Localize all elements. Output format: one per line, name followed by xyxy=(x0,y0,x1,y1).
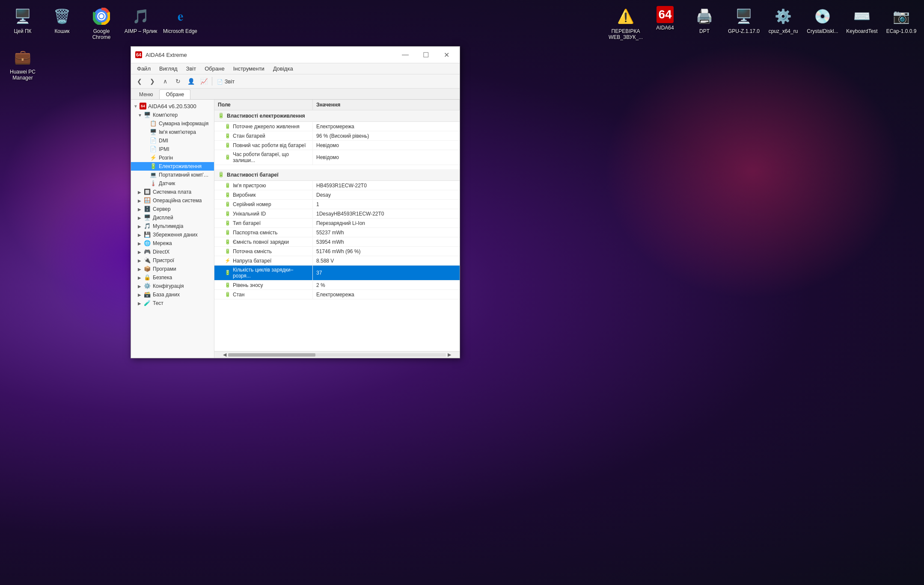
sidebar-item-config[interactable]: ▶ ⚙️ Конфігурація xyxy=(131,282,214,290)
tab-menu[interactable]: Меню xyxy=(133,89,159,99)
sidebar-item-portable[interactable]: 💻 Портативний комп'ютер xyxy=(131,171,214,179)
field-status: 🔋 Стан xyxy=(214,290,313,299)
sidebar-item-sensor[interactable]: 🌡️ Датчик xyxy=(131,179,214,188)
row-icon: 🔋 xyxy=(225,124,231,130)
refresh-button[interactable]: ↻ xyxy=(172,76,184,87)
scroll-right-button[interactable]: ▶ xyxy=(446,352,453,358)
spacer xyxy=(214,165,460,169)
sidebar-item-motherboard[interactable]: ▶ 🔲 Системна плата xyxy=(131,188,214,196)
chart-button[interactable]: 📈 xyxy=(198,76,210,87)
sidebar-item-dmi[interactable]: 📄 DMI xyxy=(131,136,214,145)
sidebar-item-devices[interactable]: ▶ 🔌 Пристрої xyxy=(131,256,214,265)
desktop-icon-check[interactable]: ⚠️ ПЕРЕВІРКА WEB_ЗВУК_... xyxy=(606,3,645,43)
menu-tools[interactable]: Інструменти xyxy=(229,64,269,73)
desktop-icon-edge[interactable]: 𝐞 Microsoft Edge xyxy=(161,3,199,43)
sidebar-item-test[interactable]: ▶ 🧪 Тест xyxy=(131,299,214,307)
close-button[interactable]: ✕ xyxy=(437,49,456,60)
tab-favorites[interactable]: Обране xyxy=(159,89,190,99)
table-row[interactable]: ⚡ Напруга батареї 8.588 V xyxy=(214,256,460,266)
table-row[interactable]: 🔋 Ім'я пристрою HB4593R1ECW-22T0 xyxy=(214,181,460,190)
table-row[interactable]: 🔋 Стан Електромережа xyxy=(214,290,460,299)
sidebar-item-os[interactable]: ▶ 🪟 Операційна система xyxy=(131,196,214,205)
sidebar-item-display[interactable]: ▶ 🖥️ Дисплей xyxy=(131,213,214,222)
scroll-thumb[interactable] xyxy=(228,353,315,357)
main-panel: 🔋 Властивості електроживлення 🔋 Поточне … xyxy=(214,110,460,351)
value-current-capacity: 51746 mWh (96 %) xyxy=(313,247,460,256)
value-voltage: 8.588 V xyxy=(313,257,460,265)
menu-file[interactable]: Файл xyxy=(133,64,155,73)
value-power-source: Електромережа xyxy=(313,122,460,131)
scroll-left-button[interactable]: ◀ xyxy=(221,352,228,358)
table-row[interactable]: 🔋 Стан батарей 96 % (Високий рівень) xyxy=(214,131,460,141)
up-button[interactable]: ∧ xyxy=(159,76,171,87)
sidebar-item-security[interactable]: ▶ 🔒 Безпека xyxy=(131,273,214,282)
row-icon: 🔋 xyxy=(225,201,231,207)
value-battery-state: 96 % (Високий рівень) xyxy=(313,132,460,140)
table-row[interactable]: 🔋 Унікальний ID 1DesayHB4593R1ECW-22T0 xyxy=(214,209,460,219)
sidebar-item-summary[interactable]: 📋 Сумарна інформація xyxy=(131,119,214,128)
desktop-icon-dpt[interactable]: 🖨️ DPT xyxy=(685,3,724,43)
window-content: ▼ 64 AIDA64 v6.20.5300 ▼ 🖥️ Комп'ютер 📋 xyxy=(131,100,460,358)
sidebar-item-database[interactable]: ▶ 🗃️ База даних xyxy=(131,290,214,299)
desktop-icon-gpuz[interactable]: 🖥️ GPU-Z.1.17.0 xyxy=(725,3,763,43)
table-row[interactable]: 🔋 Паспортна ємність 55237 mWh xyxy=(214,228,460,237)
table-row[interactable]: 🔋 Поточна ємність 51746 mWh (96 %) xyxy=(214,247,460,256)
sidebar-item-storage[interactable]: ▶ 💾 Збереження даних xyxy=(131,230,214,239)
sidebar-item-computer-name[interactable]: 🖥️ Ім'я комп'ютера xyxy=(131,128,214,136)
value-full-time: Невідомо xyxy=(313,141,460,150)
row-icon: ⚡ xyxy=(225,258,231,264)
scroll-track[interactable] xyxy=(228,353,446,357)
desktop-icon-this-pc[interactable]: 🖥️ Цей ПК xyxy=(3,3,42,43)
desktop-icon-kbtest[interactable]: ⌨️ KeyboardTest xyxy=(843,3,881,43)
sidebar-item-server[interactable]: ▶ 🗄️ Сервер xyxy=(131,205,214,213)
desktop-icon-ecap[interactable]: 📷 ECap-1.0.0.9 xyxy=(882,3,921,43)
desktop-icon-aida64[interactable]: 64 AIDA64 xyxy=(646,3,684,43)
sidebar-item-multimedia[interactable]: ▶ 🎵 Мультимедіа xyxy=(131,222,214,230)
sidebar-item-rozgin[interactable]: ⚡ Розгін xyxy=(131,154,214,162)
value-passport-capacity: 55237 mWh xyxy=(313,228,460,237)
sidebar-item-ipmi[interactable]: 📄 IPMI xyxy=(131,145,214,154)
field-battery-type: 🔋 Тип батареї xyxy=(214,219,313,228)
huawei-icon: 💼 xyxy=(12,47,33,67)
menu-view[interactable]: Вигляд xyxy=(155,64,182,73)
row-icon: 🔋 xyxy=(225,154,231,160)
table-row[interactable]: 🔋 Ємність повної зарядки 53954 mWh xyxy=(214,237,460,247)
col-header-field: Поле xyxy=(214,100,313,110)
sidebar-item-computer[interactable]: ▼ 🖥️ Комп'ютер xyxy=(131,111,214,119)
table-row[interactable]: 🔋 Час роботи батареї, що залиши... Невід… xyxy=(214,150,460,165)
row-icon: 🔋 xyxy=(225,248,231,254)
horizontal-scrollbar[interactable]: ◀ ▶ xyxy=(214,351,460,358)
desktop-icon-huawei[interactable]: 💼 Huawei PC Manager xyxy=(3,44,42,84)
desktop-icon-trash[interactable]: 🗑️ Кошик xyxy=(43,3,81,43)
back-button[interactable]: ❮ xyxy=(134,76,146,87)
menu-help[interactable]: Довідка xyxy=(269,64,297,73)
table-row[interactable]: 🔋 Повний час роботи від батареї Невідомо xyxy=(214,141,460,150)
minimize-button[interactable]: — xyxy=(395,49,415,60)
sidebar-item-programs[interactable]: ▶ 📦 Програми xyxy=(131,265,214,273)
sidebar-root[interactable]: ▼ 64 AIDA64 v6.20.5300 xyxy=(131,101,214,111)
value-manufacturer: Desay xyxy=(313,191,460,199)
table-row-selected[interactable]: 🔋 Кількість циклів зарядки–розря... 37 xyxy=(214,266,460,281)
menu-report[interactable]: Звіт xyxy=(182,64,201,73)
huawei-label: Huawei PC Manager xyxy=(5,69,40,81)
table-row[interactable]: 🔋 Рівень зносу 2 % xyxy=(214,281,460,290)
table-row[interactable]: 🔋 Поточне джерело живлення Електромережа xyxy=(214,122,460,131)
table-row[interactable]: 🔋 Тип батареї Перезарядний Li-Ion xyxy=(214,219,460,228)
maximize-button[interactable]: ☐ xyxy=(416,49,436,60)
desktop-icon-crystaldisk[interactable]: 💿 CrystalDiskl... xyxy=(803,3,842,43)
aida64-icon: 64 xyxy=(657,6,674,23)
sidebar-item-directx[interactable]: ▶ 🎮 DirectX xyxy=(131,248,214,256)
desktop-icon-aimp[interactable]: 🎵 AIMP – Ярлик xyxy=(122,3,160,43)
forward-button[interactable]: ❯ xyxy=(146,76,158,87)
table-row[interactable]: 🔋 Виробник Desay xyxy=(214,190,460,200)
profile-button[interactable]: 👤 xyxy=(185,76,197,87)
desktop-icon-chrome[interactable]: Google Chrome xyxy=(82,3,121,43)
desktop-icon-cpuz[interactable]: ⚙️ cpuz_x64_ru xyxy=(764,3,802,43)
field-wear: 🔋 Рівень зносу xyxy=(214,281,313,290)
edge-icon: 𝐞 xyxy=(170,6,190,27)
menu-favorites[interactable]: Обране xyxy=(200,64,229,73)
sidebar-item-network[interactable]: ▶ 🌐 Мережа xyxy=(131,239,214,248)
table-row[interactable]: 🔋 Серійний номер 1 xyxy=(214,200,460,209)
value-cycles: 37 xyxy=(313,269,460,277)
sidebar-item-power[interactable]: 🔋 Електроживлення xyxy=(131,162,214,171)
